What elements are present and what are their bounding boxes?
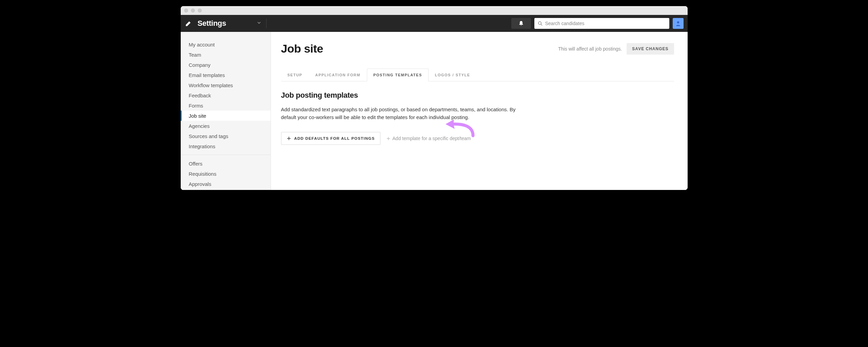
app-logo-icon[interactable] xyxy=(185,20,192,27)
search-input[interactable] xyxy=(545,21,666,26)
add-specific-template-label: Add template for a specific dept/team xyxy=(392,136,471,141)
traffic-lights xyxy=(184,8,202,13)
notifications-button[interactable] xyxy=(511,18,531,29)
app-window: Settings My accountTeamCompany xyxy=(181,6,688,190)
sidebar-item-workflow-templates[interactable]: Workflow templates xyxy=(181,80,271,90)
page-header-note: This will affect all job postings. xyxy=(558,46,622,52)
tabs: SETUPAPPLICATION FORMPOSTING TEMPLATESLO… xyxy=(281,68,674,81)
tab-logos-style[interactable]: LOGOS / STYLE xyxy=(429,69,477,81)
window-titlebar xyxy=(181,6,688,15)
sidebar-divider xyxy=(181,155,271,155)
page-title: Job site xyxy=(281,42,323,55)
search-icon xyxy=(538,21,542,26)
bell-icon xyxy=(519,21,524,26)
tab-setup[interactable]: SETUP xyxy=(281,69,309,81)
svg-line-1 xyxy=(541,24,542,26)
page-header-right: This will affect all job postings. SAVE … xyxy=(558,43,674,55)
search-wrapper[interactable] xyxy=(534,18,669,29)
sidebar-item-my-account[interactable]: My account xyxy=(181,39,271,50)
topbar: Settings xyxy=(181,15,688,32)
traffic-close[interactable] xyxy=(184,8,188,13)
sidebar-item-team[interactable]: Team xyxy=(181,50,271,60)
sidebar-item-forms[interactable]: Forms xyxy=(181,100,271,111)
save-changes-button[interactable]: SAVE CHANGES xyxy=(627,43,674,55)
topbar-divider xyxy=(266,19,267,28)
sidebar-item-sources-and-tags[interactable]: Sources and tags xyxy=(181,131,271,141)
nav-dropdown-caret-icon[interactable] xyxy=(257,20,261,26)
sidebar-item-email-templates[interactable]: Email templates xyxy=(181,70,271,80)
traffic-minimize[interactable] xyxy=(191,8,195,13)
traffic-zoom[interactable] xyxy=(198,8,202,13)
add-defaults-label: ADD DEFAULTS FOR ALL POSTINGS xyxy=(294,136,375,140)
svg-point-2 xyxy=(677,21,679,23)
sidebar-item-offers[interactable]: Offers xyxy=(181,158,271,169)
user-avatar[interactable] xyxy=(673,18,684,29)
sidebar-item-company[interactable]: Company xyxy=(181,60,271,70)
sidebar: My accountTeamCompanyEmail templatesWork… xyxy=(181,32,271,190)
main-content: Job site This will affect all job postin… xyxy=(271,32,688,190)
svg-point-0 xyxy=(538,22,541,24)
sidebar-item-approvals[interactable]: Approvals xyxy=(181,179,271,189)
sidebar-item-feedback[interactable]: Feedback xyxy=(181,90,271,100)
add-defaults-button[interactable]: ADD DEFAULTS FOR ALL POSTINGS xyxy=(281,132,381,145)
plus-icon xyxy=(287,136,291,140)
sidebar-item-job-site[interactable]: Job site xyxy=(181,111,271,121)
page-header: Job site This will affect all job postin… xyxy=(281,42,674,55)
app-body: My accountTeamCompanyEmail templatesWork… xyxy=(181,32,688,190)
section-description: Add standardized text paragraphs to all … xyxy=(281,106,522,121)
plus-icon xyxy=(387,137,390,140)
actions-row: ADD DEFAULTS FOR ALL POSTINGS Add templa… xyxy=(281,132,674,145)
sidebar-item-agencies[interactable]: Agencies xyxy=(181,121,271,131)
tab-posting-templates[interactable]: POSTING TEMPLATES xyxy=(367,69,429,81)
add-specific-template-button[interactable]: Add template for a specific dept/team xyxy=(387,136,471,141)
section-title: Job posting templates xyxy=(281,91,674,100)
tab-application-form[interactable]: APPLICATION FORM xyxy=(309,69,367,81)
topbar-title: Settings xyxy=(198,19,226,28)
sidebar-item-requisitions[interactable]: Requisitions xyxy=(181,169,271,179)
sidebar-item-integrations[interactable]: Integrations xyxy=(181,141,271,151)
